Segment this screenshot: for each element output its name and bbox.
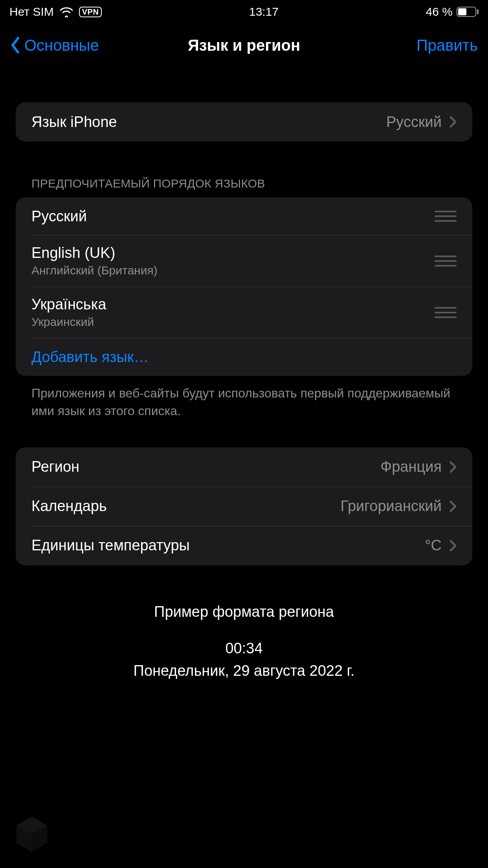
- battery-percent: 46 %: [426, 5, 453, 18]
- row-label: Единицы температуры: [31, 537, 190, 554]
- language-row-1[interactable]: English (UK) Английский (Британия): [16, 235, 472, 287]
- language-row-0[interactable]: Русский: [16, 197, 472, 235]
- carrier-label: Нет SIM: [9, 5, 54, 18]
- preferred-header: ПРЕДПОЧИТАЕМЫЙ ПОРЯДОК ЯЗЫКОВ: [16, 177, 472, 197]
- row-value: Григорианский: [340, 498, 442, 515]
- chevron-right-icon: [449, 540, 457, 552]
- chevron-right-icon: [449, 461, 457, 473]
- status-left: Нет SIM VPN: [9, 5, 102, 18]
- row-label: Календарь: [31, 498, 107, 515]
- language-name: Українська: [31, 296, 106, 313]
- status-bar: Нет SIM VPN 13:17 46 %: [0, 0, 488, 24]
- row-label: Язык iPhone: [31, 114, 117, 131]
- back-label: Основные: [24, 37, 99, 54]
- language-row-2[interactable]: Українська Украинский: [16, 287, 472, 338]
- drag-handle-icon[interactable]: [435, 307, 457, 318]
- drag-handle-icon[interactable]: [435, 211, 457, 222]
- vpn-badge: VPN: [79, 7, 102, 17]
- temperature-row[interactable]: Единицы температуры °C: [16, 526, 472, 565]
- example-date: Понедельник, 29 августа 2022 г.: [16, 660, 472, 682]
- language-name: English (UK): [31, 245, 158, 261]
- chevron-right-icon: [449, 116, 457, 128]
- preferred-footer: Приложения и веб-сайты будут использоват…: [16, 376, 472, 420]
- row-value: °C: [425, 537, 442, 554]
- iphone-language-group: Язык iPhone Русский: [16, 102, 472, 142]
- example-time: 00:34: [16, 637, 472, 660]
- status-right: 46 %: [426, 5, 479, 18]
- back-button[interactable]: Основные: [10, 37, 99, 54]
- wifi-icon: [59, 6, 73, 17]
- region-format-example: Пример формата региона 00:34 Понедельник…: [16, 565, 472, 682]
- preferred-languages-group: Русский English (UK) Английский (Британи…: [16, 197, 472, 376]
- row-value: Франция: [380, 458, 442, 475]
- iphone-language-row[interactable]: Язык iPhone Русский: [16, 102, 472, 142]
- add-language-label: Добавить язык…: [31, 349, 149, 366]
- hexagon-watermark-icon: [14, 815, 50, 854]
- language-name: Русский: [31, 208, 87, 225]
- clock: 13:17: [249, 5, 279, 18]
- edit-button[interactable]: Править: [416, 37, 478, 54]
- calendar-row[interactable]: Календарь Григорианский: [16, 487, 472, 526]
- drag-handle-icon[interactable]: [435, 256, 457, 267]
- chevron-left-icon: [10, 37, 20, 54]
- row-label: Регион: [31, 458, 79, 475]
- chevron-right-icon: [449, 500, 457, 512]
- language-sub: Английский (Британия): [31, 264, 158, 277]
- nav-bar: Основные Язык и регион Править: [0, 24, 488, 67]
- language-sub: Украинский: [31, 315, 106, 329]
- region-row[interactable]: Регион Франция: [16, 447, 472, 487]
- example-title: Пример формата региона: [16, 601, 472, 623]
- add-language-row[interactable]: Добавить язык…: [16, 338, 472, 376]
- region-group: Регион Франция Календарь Григорианский Е…: [16, 447, 472, 565]
- battery-icon: [457, 7, 479, 17]
- row-value: Русский: [386, 114, 442, 131]
